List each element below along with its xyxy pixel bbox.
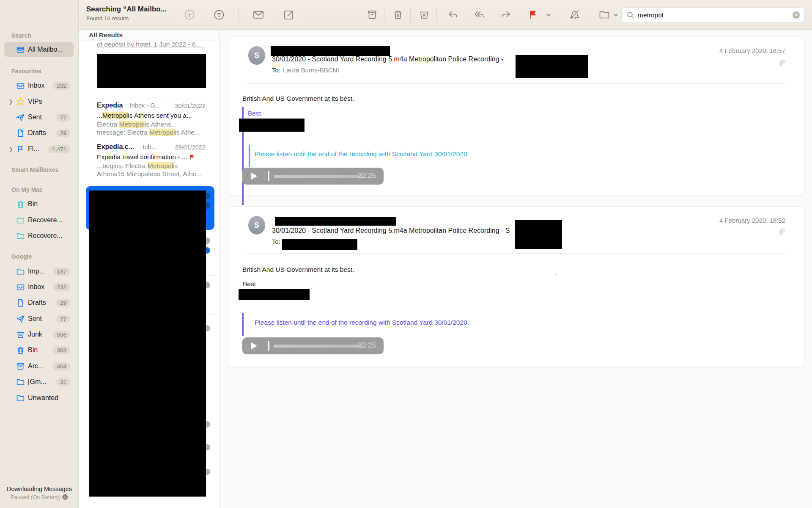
sidebar-item-drafts-google[interactable]: Drafts 29 bbox=[0, 296, 79, 309]
count-badge: 29 bbox=[56, 299, 70, 307]
to-label: To: bbox=[272, 66, 280, 74]
get-mail-button[interactable] bbox=[252, 8, 265, 22]
count-badge: 77 bbox=[56, 113, 70, 121]
toolbar-separator bbox=[436, 7, 437, 23]
sidebar-item-label: Arc... bbox=[28, 362, 44, 370]
play-button[interactable] bbox=[251, 342, 257, 350]
folder-menu-chevron-icon[interactable] bbox=[611, 8, 621, 22]
list-item-date: 30/01/2022 bbox=[175, 102, 206, 109]
sidebar-item-junk[interactable]: Junk 556 bbox=[0, 328, 79, 341]
list-item-preview: ...begins. Electra Metropolis bbox=[97, 162, 207, 170]
document-icon bbox=[16, 129, 25, 138]
search-highlight: Metropol bbox=[149, 129, 175, 136]
sidebar-item-important[interactable]: Imp... 137 bbox=[0, 265, 79, 278]
star-icon bbox=[16, 97, 25, 106]
sidebar-item-sent-google[interactable]: Sent 77 bbox=[0, 312, 79, 325]
list-item-mailbox: Inbox - G... bbox=[130, 102, 160, 109]
attachment-paperclip-icon bbox=[777, 59, 785, 67]
header-divider bbox=[247, 83, 785, 84]
sidebar: Search All Mailbo... Favourites Inbox 23… bbox=[0, 0, 79, 508]
search-field[interactable]: ✕ bbox=[621, 7, 804, 23]
list-divider bbox=[206, 275, 214, 276]
progress-track[interactable] bbox=[274, 175, 361, 178]
playhead-handle[interactable] bbox=[268, 171, 269, 181]
toolbar-separator bbox=[238, 7, 239, 23]
sidebar-item-unwanted[interactable]: Unwanted bbox=[0, 392, 79, 404]
flag-menu-chevron-icon[interactable] bbox=[543, 8, 554, 22]
count-badge: 137 bbox=[53, 268, 70, 276]
mute-button[interactable] bbox=[568, 8, 582, 22]
message-subject: 30/01/2020 - Scotland Yard Recording 5.m… bbox=[272, 55, 503, 63]
junk-icon bbox=[16, 330, 25, 339]
redacted-sender bbox=[275, 217, 396, 226]
reply-all-button[interactable] bbox=[473, 8, 486, 22]
message-to-line: To:Laura Burns-BBCNI bbox=[272, 66, 339, 74]
sidebar-item-label: VIPs bbox=[28, 98, 42, 105]
quoted-text: Please listen until the end of the recor… bbox=[255, 319, 469, 326]
move-to-folder-button[interactable] bbox=[598, 8, 611, 22]
sidebar-item-inbox-google[interactable]: Inbox 232 bbox=[0, 281, 79, 293]
quoted-signoff: Best bbox=[248, 110, 261, 117]
audio-player[interactable]: -22:25 bbox=[242, 337, 384, 354]
sidebar-item-gmail[interactable]: [Gm... 31 bbox=[0, 375, 79, 388]
playhead-handle[interactable] bbox=[268, 341, 269, 351]
junk-button[interactable] bbox=[417, 8, 431, 22]
sidebar-item-bin-google[interactable]: Bin 383 bbox=[0, 344, 79, 356]
flag-icon bbox=[16, 145, 25, 154]
sidebar-item-recovered-2[interactable]: Recovere... bbox=[0, 229, 79, 242]
remaining-time: -22:25 bbox=[356, 171, 376, 180]
list-item-sender: Expedia.c... bbox=[97, 143, 134, 150]
message-date: 4 February 2020, 18:52 bbox=[719, 217, 785, 224]
compose-button[interactable] bbox=[282, 8, 296, 22]
list-scope-header[interactable]: All Results bbox=[79, 30, 219, 41]
sidebar-item-archive[interactable]: Arc... 464 bbox=[0, 360, 79, 373]
sync-status: Downloading Messages Paused (On Battery) bbox=[0, 486, 79, 500]
list-item-subject: Expedia travel confirmation - ... bbox=[97, 153, 207, 161]
sidebar-item-recovered-1[interactable]: Recovere... bbox=[0, 214, 79, 226]
archive-box-icon bbox=[16, 362, 25, 371]
folder-icon bbox=[16, 216, 25, 225]
count-badge: 1,471 bbox=[48, 145, 70, 153]
sidebar-item-label: Imp... bbox=[28, 268, 45, 275]
sidebar-item-bin-local[interactable]: Bin bbox=[0, 198, 79, 210]
forward-button[interactable] bbox=[499, 8, 513, 22]
filter-button[interactable] bbox=[212, 8, 226, 22]
message-subject: 30/01/2020 - Scotland Yard Recording 5.m… bbox=[272, 227, 510, 235]
reply-button[interactable] bbox=[446, 8, 460, 22]
delete-button[interactable] bbox=[391, 8, 405, 22]
archive-button[interactable] bbox=[365, 8, 379, 22]
search-highlight: Metropol bbox=[148, 162, 173, 169]
sidebar-item-label: All Mailbo... bbox=[28, 46, 63, 53]
redacted-sender bbox=[271, 46, 390, 56]
sidebar-item-label: Junk bbox=[28, 331, 42, 338]
play-button[interactable] bbox=[251, 172, 257, 180]
progress-track[interactable] bbox=[274, 345, 361, 348]
search-clear-icon[interactable]: ✕ bbox=[793, 11, 800, 19]
sidebar-item-all-mailboxes-row[interactable]: All Mailbo... bbox=[0, 43, 79, 56]
disclosure-chevron-icon[interactable]: ❯ bbox=[8, 146, 13, 152]
message-list: All Results of deposit by hotel. 1 Jun 2… bbox=[79, 30, 220, 508]
sidebar-item-label: Drafts bbox=[28, 299, 46, 306]
flag-button[interactable] bbox=[526, 8, 540, 22]
inbox-icon bbox=[16, 81, 25, 90]
add-button[interactable] bbox=[183, 8, 196, 22]
section-favourites: Favourites bbox=[11, 68, 41, 75]
audio-player[interactable]: -22:25 bbox=[242, 168, 384, 185]
to-value: Laura Burns-BBCNI bbox=[283, 66, 339, 74]
search-input[interactable] bbox=[638, 11, 793, 19]
inbox-icon bbox=[16, 283, 25, 292]
sidebar-item-vips[interactable]: ❯ VIPs bbox=[0, 95, 79, 108]
toolbar: Searching “All Mailbo... Found 16 result… bbox=[79, 0, 812, 30]
message-card-2: S 30/01/2020 - Scotland Yard Recording 5… bbox=[228, 206, 804, 367]
section-search: Search bbox=[11, 32, 31, 39]
sidebar-item-flagged[interactable]: ❯ Fl... 1,471 bbox=[0, 143, 79, 155]
sidebar-item-label: Inbox bbox=[28, 283, 44, 291]
section-google: Google bbox=[11, 253, 32, 260]
sidebar-item-inbox[interactable]: Inbox 232 bbox=[0, 79, 79, 92]
sidebar-item-drafts[interactable]: Drafts 29 bbox=[0, 127, 79, 139]
redacted-list-item[interactable] bbox=[97, 54, 206, 88]
sidebar-item-sent[interactable]: Sent 77 bbox=[0, 111, 79, 124]
disclosure-chevron-icon[interactable]: ❯ bbox=[8, 99, 13, 105]
sidebar-item-label: Drafts bbox=[28, 129, 46, 137]
sidebar-item-label: Sent bbox=[28, 315, 42, 323]
